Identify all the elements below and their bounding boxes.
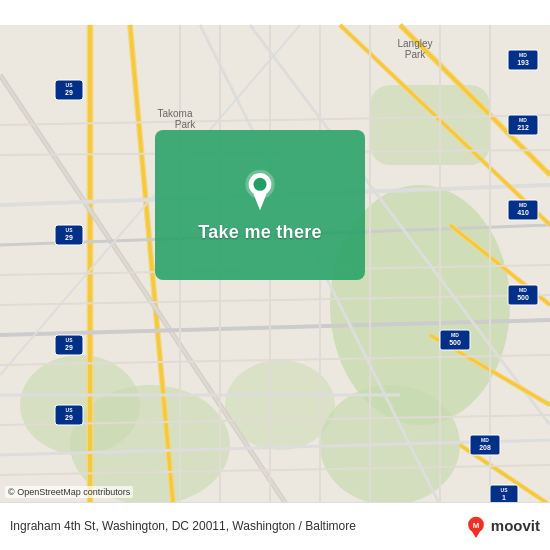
- svg-text:Takoma: Takoma: [157, 108, 192, 119]
- moovit-logo: M moovit: [465, 516, 540, 538]
- svg-text:193: 193: [517, 59, 529, 66]
- svg-text:MD: MD: [519, 117, 527, 123]
- svg-marker-85: [253, 194, 266, 210]
- svg-text:208: 208: [479, 444, 491, 451]
- svg-text:US: US: [66, 227, 74, 233]
- svg-text:M: M: [473, 520, 480, 529]
- svg-text:29: 29: [65, 344, 73, 351]
- bottom-bar: Ingraham 4th St, Washington, DC 20011, W…: [0, 502, 550, 550]
- moovit-brand-name: moovit: [491, 518, 540, 535]
- location-pin-icon: [238, 168, 282, 212]
- svg-text:MD: MD: [451, 332, 459, 338]
- svg-text:29: 29: [65, 89, 73, 96]
- svg-text:MD: MD: [519, 287, 527, 293]
- svg-marker-87: [471, 530, 480, 538]
- svg-text:500: 500: [517, 294, 529, 301]
- svg-text:Park: Park: [175, 119, 197, 130]
- svg-text:500: 500: [449, 339, 461, 346]
- take-me-there-button[interactable]: Take me there: [198, 222, 322, 243]
- svg-text:1: 1: [502, 494, 506, 501]
- svg-text:US: US: [66, 82, 74, 88]
- svg-text:US: US: [501, 487, 509, 493]
- svg-text:Park: Park: [405, 49, 427, 60]
- svg-text:MD: MD: [481, 437, 489, 443]
- svg-text:212: 212: [517, 124, 529, 131]
- address-text: Ingraham 4th St, Washington, DC 20011, W…: [10, 518, 457, 535]
- svg-text:410: 410: [517, 209, 529, 216]
- svg-text:Langley: Langley: [397, 38, 432, 49]
- svg-text:US: US: [66, 407, 74, 413]
- svg-text:29: 29: [65, 234, 73, 241]
- osm-attribution: © OpenStreetMap contributors: [5, 486, 133, 498]
- action-overlay[interactable]: Take me there: [155, 130, 365, 280]
- map-container: US 29 US 29 US 29 US 29 MD 193 MD 212 MD…: [0, 0, 550, 550]
- svg-point-84: [253, 177, 266, 190]
- moovit-pin-icon: M: [465, 516, 487, 538]
- svg-text:29: 29: [65, 414, 73, 421]
- svg-text:MD: MD: [519, 202, 527, 208]
- svg-text:MD: MD: [519, 52, 527, 58]
- svg-text:US: US: [66, 337, 74, 343]
